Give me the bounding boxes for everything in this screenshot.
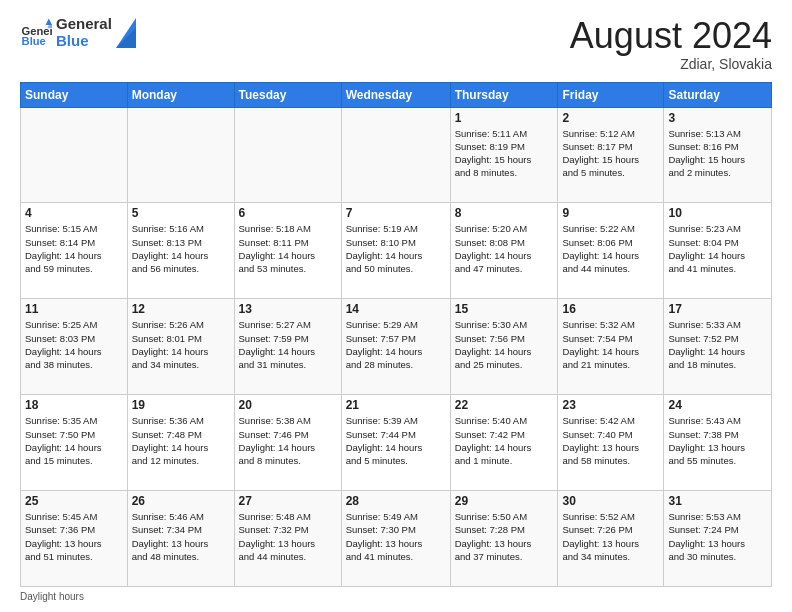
day-number: 23 [562, 398, 659, 412]
day-info: Sunrise: 5:40 AM Sunset: 7:42 PM Dayligh… [455, 414, 554, 467]
day-info: Sunrise: 5:33 AM Sunset: 7:52 PM Dayligh… [668, 318, 767, 371]
calendar-cell: 5Sunrise: 5:16 AM Sunset: 8:13 PM Daylig… [127, 203, 234, 299]
day-header-wednesday: Wednesday [341, 82, 450, 107]
svg-text:Blue: Blue [22, 35, 46, 47]
day-info: Sunrise: 5:36 AM Sunset: 7:48 PM Dayligh… [132, 414, 230, 467]
calendar-cell: 26Sunrise: 5:46 AM Sunset: 7:34 PM Dayli… [127, 491, 234, 587]
calendar-cell: 7Sunrise: 5:19 AM Sunset: 8:10 PM Daylig… [341, 203, 450, 299]
day-info: Sunrise: 5:22 AM Sunset: 8:06 PM Dayligh… [562, 222, 659, 275]
day-info: Sunrise: 5:45 AM Sunset: 7:36 PM Dayligh… [25, 510, 123, 563]
day-info: Sunrise: 5:52 AM Sunset: 7:26 PM Dayligh… [562, 510, 659, 563]
day-header-tuesday: Tuesday [234, 82, 341, 107]
calendar-cell [21, 107, 128, 203]
logo-icon: General Blue [20, 17, 52, 49]
day-info: Sunrise: 5:35 AM Sunset: 7:50 PM Dayligh… [25, 414, 123, 467]
day-number: 26 [132, 494, 230, 508]
day-info: Sunrise: 5:26 AM Sunset: 8:01 PM Dayligh… [132, 318, 230, 371]
calendar-cell: 19Sunrise: 5:36 AM Sunset: 7:48 PM Dayli… [127, 395, 234, 491]
day-number: 20 [239, 398, 337, 412]
location: Zdiar, Slovakia [570, 56, 772, 72]
day-number: 10 [668, 206, 767, 220]
calendar-cell: 22Sunrise: 5:40 AM Sunset: 7:42 PM Dayli… [450, 395, 558, 491]
day-info: Sunrise: 5:15 AM Sunset: 8:14 PM Dayligh… [25, 222, 123, 275]
calendar-cell [341, 107, 450, 203]
calendar-cell: 24Sunrise: 5:43 AM Sunset: 7:38 PM Dayli… [664, 395, 772, 491]
calendar-week-5: 25Sunrise: 5:45 AM Sunset: 7:36 PM Dayli… [21, 491, 772, 587]
calendar-cell [234, 107, 341, 203]
calendar-cell: 17Sunrise: 5:33 AM Sunset: 7:52 PM Dayli… [664, 299, 772, 395]
day-info: Sunrise: 5:29 AM Sunset: 7:57 PM Dayligh… [346, 318, 446, 371]
calendar-week-1: 1Sunrise: 5:11 AM Sunset: 8:19 PM Daylig… [21, 107, 772, 203]
calendar-cell: 9Sunrise: 5:22 AM Sunset: 8:06 PM Daylig… [558, 203, 664, 299]
day-number: 31 [668, 494, 767, 508]
footer-note: Daylight hours [20, 591, 772, 602]
calendar-cell: 29Sunrise: 5:50 AM Sunset: 7:28 PM Dayli… [450, 491, 558, 587]
day-info: Sunrise: 5:39 AM Sunset: 7:44 PM Dayligh… [346, 414, 446, 467]
calendar-cell: 14Sunrise: 5:29 AM Sunset: 7:57 PM Dayli… [341, 299, 450, 395]
day-info: Sunrise: 5:46 AM Sunset: 7:34 PM Dayligh… [132, 510, 230, 563]
logo-line1: General [56, 16, 112, 33]
calendar-cell: 31Sunrise: 5:53 AM Sunset: 7:24 PM Dayli… [664, 491, 772, 587]
calendar-cell: 8Sunrise: 5:20 AM Sunset: 8:08 PM Daylig… [450, 203, 558, 299]
day-number: 17 [668, 302, 767, 316]
logo-line2: Blue [56, 33, 112, 50]
calendar-cell: 15Sunrise: 5:30 AM Sunset: 7:56 PM Dayli… [450, 299, 558, 395]
calendar-cell: 10Sunrise: 5:23 AM Sunset: 8:04 PM Dayli… [664, 203, 772, 299]
day-info: Sunrise: 5:11 AM Sunset: 8:19 PM Dayligh… [455, 127, 554, 180]
day-info: Sunrise: 5:50 AM Sunset: 7:28 PM Dayligh… [455, 510, 554, 563]
day-number: 7 [346, 206, 446, 220]
day-info: Sunrise: 5:49 AM Sunset: 7:30 PM Dayligh… [346, 510, 446, 563]
day-info: Sunrise: 5:27 AM Sunset: 7:59 PM Dayligh… [239, 318, 337, 371]
day-number: 15 [455, 302, 554, 316]
calendar-cell: 27Sunrise: 5:48 AM Sunset: 7:32 PM Dayli… [234, 491, 341, 587]
calendar-body: 1Sunrise: 5:11 AM Sunset: 8:19 PM Daylig… [21, 107, 772, 586]
calendar-cell: 25Sunrise: 5:45 AM Sunset: 7:36 PM Dayli… [21, 491, 128, 587]
calendar-table: SundayMondayTuesdayWednesdayThursdayFrid… [20, 82, 772, 587]
month-title: August 2024 [570, 16, 772, 56]
day-number: 1 [455, 111, 554, 125]
day-header-thursday: Thursday [450, 82, 558, 107]
day-info: Sunrise: 5:13 AM Sunset: 8:16 PM Dayligh… [668, 127, 767, 180]
calendar-cell: 16Sunrise: 5:32 AM Sunset: 7:54 PM Dayli… [558, 299, 664, 395]
day-info: Sunrise: 5:43 AM Sunset: 7:38 PM Dayligh… [668, 414, 767, 467]
calendar-cell: 3Sunrise: 5:13 AM Sunset: 8:16 PM Daylig… [664, 107, 772, 203]
day-number: 2 [562, 111, 659, 125]
calendar-cell [127, 107, 234, 203]
day-number: 25 [25, 494, 123, 508]
title-block: August 2024 Zdiar, Slovakia [570, 16, 772, 72]
day-number: 21 [346, 398, 446, 412]
day-info: Sunrise: 5:18 AM Sunset: 8:11 PM Dayligh… [239, 222, 337, 275]
day-number: 12 [132, 302, 230, 316]
calendar-cell: 18Sunrise: 5:35 AM Sunset: 7:50 PM Dayli… [21, 395, 128, 491]
day-info: Sunrise: 5:53 AM Sunset: 7:24 PM Dayligh… [668, 510, 767, 563]
logo-triangle-icon [116, 18, 136, 48]
calendar-cell: 2Sunrise: 5:12 AM Sunset: 8:17 PM Daylig… [558, 107, 664, 203]
calendar-cell: 6Sunrise: 5:18 AM Sunset: 8:11 PM Daylig… [234, 203, 341, 299]
day-header-monday: Monday [127, 82, 234, 107]
day-info: Sunrise: 5:38 AM Sunset: 7:46 PM Dayligh… [239, 414, 337, 467]
calendar-week-4: 18Sunrise: 5:35 AM Sunset: 7:50 PM Dayli… [21, 395, 772, 491]
day-info: Sunrise: 5:25 AM Sunset: 8:03 PM Dayligh… [25, 318, 123, 371]
day-info: Sunrise: 5:12 AM Sunset: 8:17 PM Dayligh… [562, 127, 659, 180]
calendar-cell: 23Sunrise: 5:42 AM Sunset: 7:40 PM Dayli… [558, 395, 664, 491]
day-info: Sunrise: 5:42 AM Sunset: 7:40 PM Dayligh… [562, 414, 659, 467]
calendar-cell: 20Sunrise: 5:38 AM Sunset: 7:46 PM Dayli… [234, 395, 341, 491]
day-header-sunday: Sunday [21, 82, 128, 107]
day-number: 9 [562, 206, 659, 220]
day-number: 8 [455, 206, 554, 220]
day-number: 30 [562, 494, 659, 508]
day-header-friday: Friday [558, 82, 664, 107]
logo: General Blue General Blue [20, 16, 136, 49]
calendar-cell: 30Sunrise: 5:52 AM Sunset: 7:26 PM Dayli… [558, 491, 664, 587]
calendar-week-2: 4Sunrise: 5:15 AM Sunset: 8:14 PM Daylig… [21, 203, 772, 299]
day-number: 4 [25, 206, 123, 220]
day-number: 3 [668, 111, 767, 125]
day-info: Sunrise: 5:23 AM Sunset: 8:04 PM Dayligh… [668, 222, 767, 275]
calendar-cell: 4Sunrise: 5:15 AM Sunset: 8:14 PM Daylig… [21, 203, 128, 299]
day-number: 18 [25, 398, 123, 412]
day-number: 13 [239, 302, 337, 316]
day-info: Sunrise: 5:16 AM Sunset: 8:13 PM Dayligh… [132, 222, 230, 275]
calendar-cell: 13Sunrise: 5:27 AM Sunset: 7:59 PM Dayli… [234, 299, 341, 395]
day-info: Sunrise: 5:30 AM Sunset: 7:56 PM Dayligh… [455, 318, 554, 371]
day-info: Sunrise: 5:20 AM Sunset: 8:08 PM Dayligh… [455, 222, 554, 275]
